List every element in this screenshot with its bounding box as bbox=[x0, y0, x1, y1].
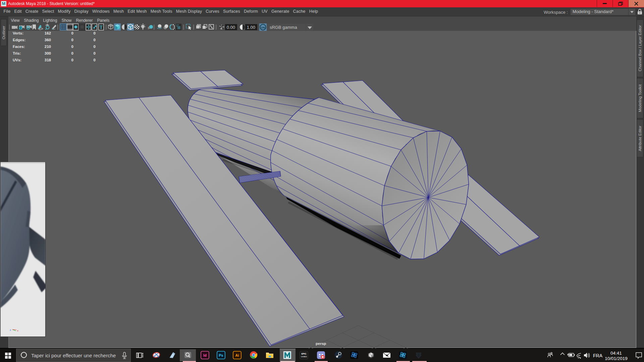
svg-text:Ps: Ps bbox=[219, 353, 223, 357]
svg-text:Id: Id bbox=[203, 353, 207, 357]
svg-text:GAMES: GAMES bbox=[301, 356, 307, 358]
svg-text:Ai: Ai bbox=[235, 353, 239, 357]
svg-text:04:41: 04:41 bbox=[610, 351, 622, 356]
svg-text:FRA: FRA bbox=[593, 353, 603, 358]
svg-text:10/01/2019: 10/01/2019 bbox=[605, 356, 628, 361]
svg-text:EPIC: EPIC bbox=[301, 353, 306, 355]
svg-text:x: x bbox=[17, 329, 18, 332]
svg-text:z: z bbox=[10, 328, 11, 331]
